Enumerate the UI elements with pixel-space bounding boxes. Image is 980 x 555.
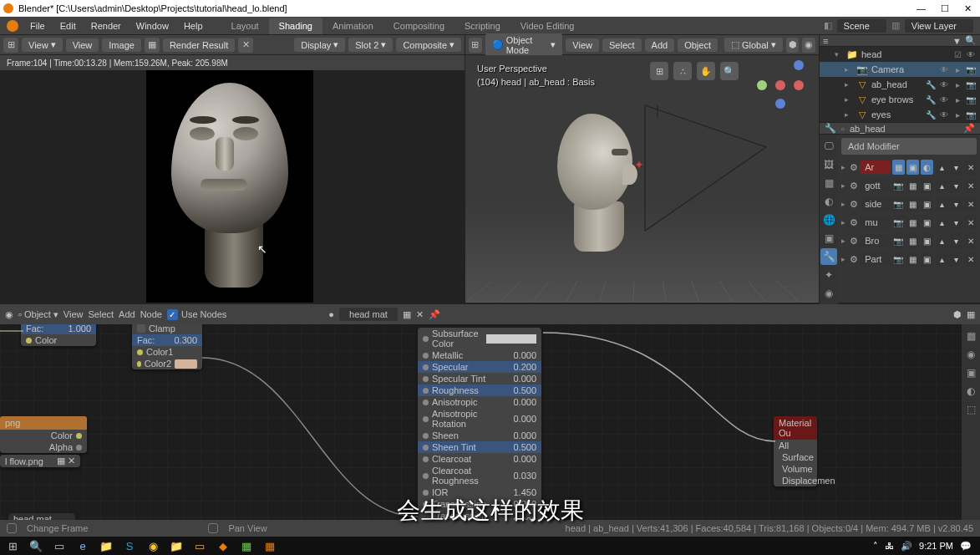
- vp-add[interactable]: Add: [645, 38, 675, 52]
- vp-grid-icon[interactable]: ⊞: [650, 62, 668, 80]
- outliner-filter-icon[interactable]: ▼: [952, 36, 962, 46]
- outliner-abhead[interactable]: ▸▽ ab_head 🔧👁▸📷: [820, 77, 980, 92]
- vp-people-icon[interactable]: ⛬: [673, 62, 692, 80]
- outliner-eyes[interactable]: ▸▽ eyes 🔧👁▸📷: [820, 107, 980, 122]
- viewlayer-dropdown[interactable]: View Layer: [905, 19, 973, 33]
- img-composite[interactable]: Composite ▾: [396, 38, 461, 52]
- img-image-btn[interactable]: Image: [102, 38, 141, 52]
- ws-animation[interactable]: Animation: [322, 18, 383, 34]
- material-name-field[interactable]: head mat: [339, 308, 398, 321]
- node-tool-4[interactable]: ◐: [962, 383, 979, 400]
- img-new-icon[interactable]: ✕: [238, 38, 253, 53]
- node-image-tex-1[interactable]: png Color Alpha: [0, 416, 87, 453]
- task-view-icon[interactable]: ▭: [50, 538, 69, 553]
- node-material-output[interactable]: Material Ou All Surface Volume Displacem…: [774, 416, 817, 486]
- window-maximize[interactable]: ☐: [941, 3, 949, 14]
- bsdf-anisotropic-rotation[interactable]: Anisotropic Rotation0.000: [418, 408, 541, 430]
- img-mode-icon[interactable]: ▦: [145, 38, 160, 53]
- img-display[interactable]: Display ▾: [294, 38, 345, 52]
- mat-new-icon[interactable]: ✕: [416, 309, 424, 320]
- modifier-Ar[interactable]: ▸⚙Ar▦▣◐▴▾✕: [841, 160, 977, 175]
- ws-layout[interactable]: Layout: [221, 18, 269, 34]
- explorer-icon[interactable]: 📁: [97, 538, 115, 553]
- img-view-menu[interactable]: View ▾: [22, 38, 63, 52]
- menu-file[interactable]: File: [23, 18, 52, 33]
- bsdf-specular[interactable]: Specular0.200: [418, 361, 541, 373]
- vp-select[interactable]: Select: [602, 38, 642, 52]
- outliner-camera[interactable]: ▸📷 Camera 👁▸📷: [820, 62, 980, 77]
- bsdf-clearcoat[interactable]: Clearcoat0.000: [418, 453, 541, 465]
- tab-modifier[interactable]: 🔧: [820, 248, 837, 265]
- tray-time[interactable]: 9:21 PM: [919, 541, 953, 551]
- vp-snap[interactable]: ⬢: [786, 38, 800, 53]
- vp-view[interactable]: View: [566, 38, 599, 52]
- search-icon[interactable]: 🔍: [27, 538, 45, 553]
- skype-icon[interactable]: S: [120, 538, 139, 553]
- app-green-icon[interactable]: ▦: [237, 538, 256, 553]
- node-tool-3[interactable]: ▣: [962, 364, 979, 381]
- outliner-search-icon[interactable]: 🔍: [965, 35, 977, 46]
- active-object-name[interactable]: ab_head: [850, 124, 886, 134]
- vp-prop-edit[interactable]: ◉: [802, 38, 815, 53]
- add-modifier-button[interactable]: Add Modifier: [841, 138, 977, 155]
- tray-notif-icon[interactable]: 💬: [960, 541, 972, 552]
- tab-scene[interactable]: ◐: [820, 193, 837, 210]
- node-object-dd[interactable]: ▫ Object ▾: [18, 309, 58, 320]
- menu-edit[interactable]: Edit: [53, 18, 83, 33]
- menu-window[interactable]: Window: [129, 18, 175, 33]
- mat-browse-icon[interactable]: ▦: [403, 309, 411, 320]
- blender-icon[interactable]: [7, 20, 18, 32]
- modifier-gott[interactable]: ▸⚙gott📷▦▣▴▾✕: [841, 178, 977, 193]
- img-render-result[interactable]: Render Result: [163, 38, 235, 52]
- start-button[interactable]: ⊞: [3, 538, 22, 553]
- tab-world[interactable]: 🌐: [820, 211, 837, 228]
- node-mixrgb-2[interactable]: Clamp Fac:0.300 Color1 Color2: [132, 324, 202, 369]
- mat-pin-icon[interactable]: 📌: [429, 309, 440, 320]
- blender-taskbar-icon[interactable]: ◆: [214, 538, 232, 553]
- tab-output[interactable]: 🖼: [820, 156, 837, 173]
- img-view-btn[interactable]: View: [66, 38, 99, 52]
- pin-icon[interactable]: 📌: [963, 123, 975, 134]
- tab-render[interactable]: 🖵: [820, 138, 837, 155]
- 3d-viewport[interactable]: User Perspective (104) head | ab_head : …: [465, 55, 819, 303]
- modifier-mu[interactable]: ▸⚙mu📷▦▣▴▾✕: [841, 215, 977, 230]
- bsdf-roughness[interactable]: Roughness0.500: [418, 384, 541, 396]
- outliner-eyebrows[interactable]: ▸▽ eye brows 🔧👁▸📷: [820, 92, 980, 107]
- ws-scripting[interactable]: Scripting: [454, 18, 510, 34]
- modifier-side[interactable]: ▸⚙side📷▦▣▴▾✕: [841, 196, 977, 211]
- node-view[interactable]: View: [63, 309, 84, 319]
- node-tool-5[interactable]: ⬚: [962, 401, 979, 418]
- window-close[interactable]: ✕: [964, 3, 972, 14]
- modifier-Bro[interactable]: ▸⚙Bro📷▦▣▴▾✕: [841, 233, 977, 248]
- vp-editor-type[interactable]: ⊞: [469, 38, 482, 53]
- window-minimize[interactable]: —: [917, 3, 926, 14]
- render-viewport[interactable]: ↖: [0, 70, 465, 303]
- menu-help[interactable]: Help: [177, 18, 210, 33]
- node-overlay-icon[interactable]: ▦: [967, 309, 975, 320]
- vp-pan-icon[interactable]: ✋: [697, 62, 715, 80]
- modifier-Part[interactable]: ▸⚙Part📷▦▣▴▾✕: [841, 252, 977, 267]
- tab-object[interactable]: ▣: [820, 230, 837, 247]
- node-mixrgb-1[interactable]: Fac:1.000 Color: [21, 324, 96, 346]
- node-node[interactable]: Node: [140, 309, 162, 319]
- editor-type-icon[interactable]: ⊞: [3, 38, 18, 53]
- bsdf-anisotropic[interactable]: Anisotropic0.000: [418, 396, 541, 408]
- node-image-tex-2[interactable]: l flow.png▦ ✕: [0, 455, 80, 467]
- node-tool-1[interactable]: ▦: [962, 328, 979, 344]
- node-add[interactable]: Add: [119, 309, 135, 319]
- node-select[interactable]: Select: [88, 309, 114, 319]
- ws-compositing[interactable]: Compositing: [383, 18, 454, 34]
- vp-zoom-icon[interactable]: 🔍: [720, 62, 739, 80]
- folder-icon[interactable]: ▭: [190, 538, 209, 553]
- bsdf-specular-tint[interactable]: Specular Tint0.000: [418, 373, 541, 384]
- material-icon[interactable]: ●: [328, 309, 334, 319]
- app-orange-icon[interactable]: ▦: [261, 538, 279, 553]
- edge-icon[interactable]: e: [74, 538, 92, 553]
- bsdf-sheen[interactable]: Sheen0.000: [418, 430, 541, 441]
- node-snap-icon[interactable]: ⬢: [953, 309, 962, 320]
- scene-dropdown[interactable]: Scene: [837, 19, 886, 33]
- use-nodes-checkbox[interactable]: ✓Use Nodes: [167, 309, 226, 320]
- ws-shading[interactable]: Shading: [269, 18, 322, 34]
- tray-net-icon[interactable]: 🖧: [885, 541, 894, 551]
- tab-physics[interactable]: ◉: [820, 285, 837, 302]
